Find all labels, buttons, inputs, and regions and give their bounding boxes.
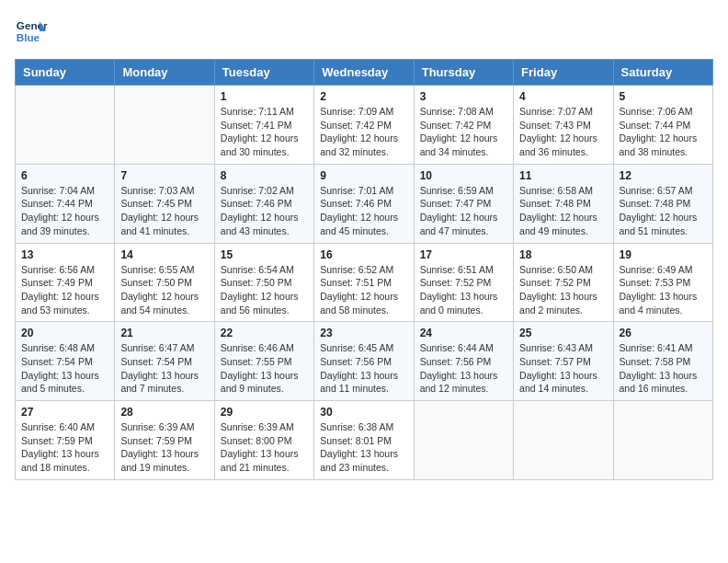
calendar-week-row: 13Sunrise: 6:56 AMSunset: 7:49 PMDayligh… [16,243,713,322]
weekday-header-monday: Monday [115,60,214,86]
day-info: Sunrise: 6:39 AMSunset: 8:00 PMDaylight:… [221,420,308,475]
calendar-week-row: 6Sunrise: 7:04 AMSunset: 7:44 PMDaylight… [16,164,713,243]
day-number: 22 [221,327,308,339]
weekday-header-wednesday: Wednesday [314,60,414,86]
day-number: 14 [120,248,208,261]
day-info: Sunrise: 6:56 AMSunset: 7:49 PMDaylight:… [21,263,108,317]
day-info: Sunrise: 7:02 AMSunset: 7:46 PMDaylight:… [221,184,308,238]
day-number: 27 [21,406,108,419]
day-number: 7 [120,169,208,182]
calendar-cell: 21Sunrise: 6:47 AMSunset: 7:54 PMDayligh… [115,322,214,401]
day-number: 3 [420,90,507,103]
day-info: Sunrise: 6:50 AMSunset: 7:52 PMDaylight:… [519,263,607,317]
day-info: Sunrise: 6:55 AMSunset: 7:50 PMDaylight:… [120,263,208,317]
calendar-cell: 2Sunrise: 7:09 AMSunset: 7:42 PMDaylight… [314,86,414,165]
calendar-cell: 16Sunrise: 6:52 AMSunset: 7:51 PMDayligh… [314,243,414,322]
calendar-cell: 26Sunrise: 6:41 AMSunset: 7:58 PMDayligh… [613,322,712,401]
calendar-week-row: 20Sunrise: 6:48 AMSunset: 7:54 PMDayligh… [16,322,713,401]
calendar-cell: 27Sunrise: 6:40 AMSunset: 7:59 PMDayligh… [16,401,115,480]
day-number: 21 [120,327,208,339]
day-number: 1 [221,90,308,103]
day-number: 15 [221,248,308,261]
calendar-cell [613,401,712,480]
day-info: Sunrise: 6:46 AMSunset: 7:55 PMDaylight:… [221,341,308,396]
day-number: 9 [320,169,407,182]
day-info: Sunrise: 6:41 AMSunset: 7:58 PMDaylight:… [620,341,707,396]
calendar-cell [414,401,513,480]
calendar-cell: 4Sunrise: 7:07 AMSunset: 7:43 PMDaylight… [514,86,613,165]
day-info: Sunrise: 6:39 AMSunset: 7:59 PMDaylight:… [120,420,208,475]
day-number: 6 [21,169,108,182]
day-info: Sunrise: 6:38 AMSunset: 8:01 PMDaylight:… [320,420,407,475]
day-info: Sunrise: 6:45 AMSunset: 7:56 PMDaylight:… [320,341,407,396]
weekday-header-sunday: Sunday [16,60,115,86]
calendar-cell: 20Sunrise: 6:48 AMSunset: 7:54 PMDayligh… [16,322,115,401]
day-info: Sunrise: 7:04 AMSunset: 7:44 PMDaylight:… [21,184,108,238]
page-header: General Blue [15,15,713,48]
calendar-cell [16,86,115,165]
calendar-cell: 14Sunrise: 6:55 AMSunset: 7:50 PMDayligh… [115,243,214,322]
day-info: Sunrise: 7:07 AMSunset: 7:43 PMDaylight:… [519,105,607,159]
calendar-cell: 11Sunrise: 6:58 AMSunset: 7:48 PMDayligh… [514,164,613,243]
day-number: 20 [21,327,108,339]
weekday-header-saturday: Saturday [613,60,712,86]
day-number: 13 [21,248,108,261]
day-info: Sunrise: 6:48 AMSunset: 7:54 PMDaylight:… [21,341,108,396]
calendar-cell: 29Sunrise: 6:39 AMSunset: 8:00 PMDayligh… [214,401,313,480]
day-info: Sunrise: 7:08 AMSunset: 7:42 PMDaylight:… [420,105,507,159]
day-info: Sunrise: 6:59 AMSunset: 7:47 PMDaylight:… [420,184,507,238]
day-number: 4 [519,90,607,103]
day-number: 29 [221,406,308,419]
calendar-cell: 6Sunrise: 7:04 AMSunset: 7:44 PMDaylight… [16,164,115,243]
calendar-cell: 8Sunrise: 7:02 AMSunset: 7:46 PMDaylight… [214,164,313,243]
day-info: Sunrise: 6:40 AMSunset: 7:59 PMDaylight:… [21,420,108,475]
day-number: 26 [620,327,707,339]
day-number: 30 [320,406,407,419]
logo-icon: General Blue [15,15,48,48]
calendar-cell: 18Sunrise: 6:50 AMSunset: 7:52 PMDayligh… [514,243,613,322]
day-info: Sunrise: 6:47 AMSunset: 7:54 PMDaylight:… [120,341,208,396]
calendar-cell: 19Sunrise: 6:49 AMSunset: 7:53 PMDayligh… [613,243,712,322]
day-info: Sunrise: 7:03 AMSunset: 7:45 PMDaylight:… [120,184,208,238]
day-number: 11 [519,169,607,182]
calendar-cell: 17Sunrise: 6:51 AMSunset: 7:52 PMDayligh… [414,243,513,322]
day-number: 19 [620,248,707,261]
day-info: Sunrise: 7:11 AMSunset: 7:41 PMDaylight:… [221,105,308,159]
day-number: 23 [320,327,407,339]
calendar-cell: 23Sunrise: 6:45 AMSunset: 7:56 PMDayligh… [314,322,414,401]
day-info: Sunrise: 6:52 AMSunset: 7:51 PMDaylight:… [320,263,407,317]
calendar-cell: 5Sunrise: 7:06 AMSunset: 7:44 PMDaylight… [613,86,712,165]
day-number: 24 [420,327,507,339]
day-number: 28 [120,406,208,419]
weekday-header-thursday: Thursday [414,60,513,86]
weekday-header-friday: Friday [514,60,613,86]
day-info: Sunrise: 7:01 AMSunset: 7:46 PMDaylight:… [320,184,407,238]
weekday-header-tuesday: Tuesday [214,60,313,86]
calendar-cell [514,401,613,480]
calendar-week-row: 1Sunrise: 7:11 AMSunset: 7:41 PMDaylight… [16,86,713,165]
calendar-cell: 9Sunrise: 7:01 AMSunset: 7:46 PMDaylight… [314,164,414,243]
day-info: Sunrise: 6:44 AMSunset: 7:56 PMDaylight:… [420,341,507,396]
day-number: 17 [420,248,507,261]
calendar-table: SundayMondayTuesdayWednesdayThursdayFrid… [15,59,713,480]
calendar-cell: 7Sunrise: 7:03 AMSunset: 7:45 PMDaylight… [115,164,214,243]
weekday-header-row: SundayMondayTuesdayWednesdayThursdayFrid… [16,60,713,86]
day-info: Sunrise: 6:54 AMSunset: 7:50 PMDaylight:… [221,263,308,317]
calendar-cell: 25Sunrise: 6:43 AMSunset: 7:57 PMDayligh… [514,322,613,401]
day-number: 18 [519,248,607,261]
day-number: 25 [519,327,607,339]
day-info: Sunrise: 7:09 AMSunset: 7:42 PMDaylight:… [320,105,407,159]
calendar-cell: 13Sunrise: 6:56 AMSunset: 7:49 PMDayligh… [16,243,115,322]
calendar-cell: 3Sunrise: 7:08 AMSunset: 7:42 PMDaylight… [414,86,513,165]
calendar-cell: 12Sunrise: 6:57 AMSunset: 7:48 PMDayligh… [613,164,712,243]
day-info: Sunrise: 6:58 AMSunset: 7:48 PMDaylight:… [519,184,607,238]
day-number: 8 [221,169,308,182]
calendar-cell: 10Sunrise: 6:59 AMSunset: 7:47 PMDayligh… [414,164,513,243]
calendar-cell: 1Sunrise: 7:11 AMSunset: 7:41 PMDaylight… [214,86,313,165]
calendar-week-row: 27Sunrise: 6:40 AMSunset: 7:59 PMDayligh… [16,401,713,480]
day-number: 2 [320,90,407,103]
logo: General Blue [15,15,48,48]
day-info: Sunrise: 6:43 AMSunset: 7:57 PMDaylight:… [519,341,607,396]
day-number: 5 [620,90,707,103]
calendar-cell: 30Sunrise: 6:38 AMSunset: 8:01 PMDayligh… [314,401,414,480]
